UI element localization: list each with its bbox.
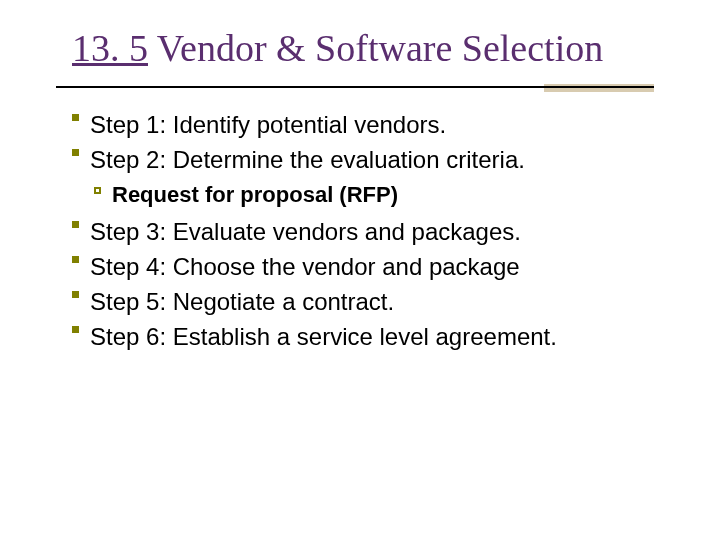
step-line: Step 4: Choose the vendor and package	[72, 250, 632, 283]
title-rule-main	[56, 86, 654, 88]
bullet-icon	[72, 256, 79, 263]
step-line: Step 5: Negotiate a contract.	[72, 285, 632, 318]
step-line: Step 2: Determine the evaluation criteri…	[72, 143, 632, 176]
bullet-icon	[72, 114, 79, 121]
slide-title: 13. 5 Vendor & Software Selection	[72, 28, 720, 70]
sub-text: Request for proposal (RFP)	[112, 182, 398, 207]
step-text: Step 5: Negotiate a contract.	[90, 288, 394, 315]
step-text: Step 4: Choose the vendor and package	[90, 253, 520, 280]
bullet-icon	[72, 221, 79, 228]
bullet-icon	[72, 326, 79, 333]
body: Step 1: Identify potential vendors. Step…	[72, 108, 632, 353]
title-rule	[56, 80, 654, 98]
slide: 13. 5 Vendor & Software Selection Step 1…	[0, 28, 720, 540]
bullet-icon	[72, 149, 79, 156]
bullet-icon	[72, 291, 79, 298]
step-line: Step 1: Identify potential vendors.	[72, 108, 632, 141]
step-text: Step 2: Determine the evaluation criteri…	[90, 146, 525, 173]
step-line: Step 3: Evaluate vendors and packages.	[72, 215, 632, 248]
step-text: Step 1: Identify potential vendors.	[90, 111, 446, 138]
sub-bullet-icon	[94, 187, 101, 194]
title-rest: Vendor & Software Selection	[148, 27, 603, 69]
step-line: Step 6: Establish a service level agreem…	[72, 320, 632, 353]
step-text: Step 3: Evaluate vendors and packages.	[90, 218, 521, 245]
title-lead: 13. 5	[72, 27, 148, 69]
step-text: Step 6: Establish a service level agreem…	[90, 323, 557, 350]
sub-line: Request for proposal (RFP)	[72, 180, 632, 211]
